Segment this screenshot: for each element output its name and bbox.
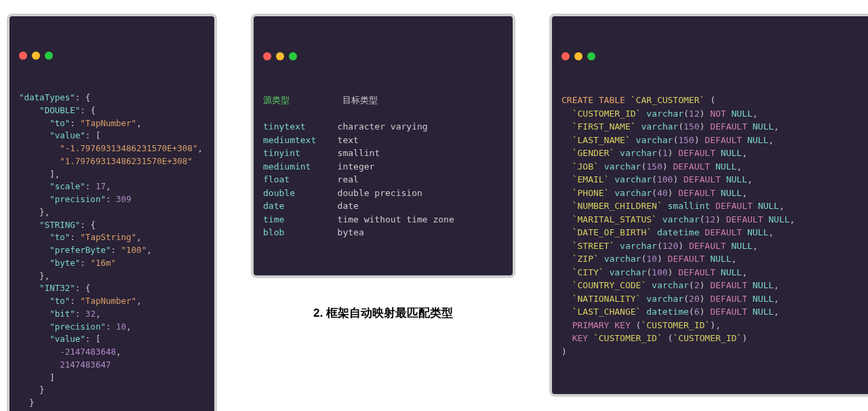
caption-middle: 2. 框架自动映射最匹配类型 bbox=[313, 305, 453, 321]
terminal-mapping: 源类型 目标类型 tinytext character varying medi… bbox=[251, 14, 515, 278]
minimize-icon[interactable] bbox=[276, 52, 284, 60]
minimize-icon[interactable] bbox=[574, 52, 583, 60]
close-icon[interactable] bbox=[561, 52, 570, 60]
zoom-icon[interactable] bbox=[587, 52, 595, 60]
minimize-icon[interactable] bbox=[32, 52, 40, 60]
column-right: CREATE TABLE `CAR_CUSTOMER` ( `CUSTOMER_… bbox=[549, 14, 868, 411]
layout: "dataTypes": { "DOUBLE": { "to": "TapNum… bbox=[7, 14, 861, 411]
window-controls bbox=[19, 49, 205, 66]
close-icon[interactable] bbox=[263, 52, 271, 60]
window-controls bbox=[561, 50, 863, 67]
column-middle: 源类型 目标类型 tinytext character varying medi… bbox=[251, 14, 515, 321]
column-left: "dataTypes": { "DOUBLE": { "to": "TapNum… bbox=[7, 14, 217, 411]
close-icon[interactable] bbox=[19, 52, 27, 60]
window-controls bbox=[263, 50, 503, 67]
code-sql: CREATE TABLE `CAR_CUSTOMER` ( `CUSTOMER_… bbox=[561, 94, 863, 358]
zoom-icon[interactable] bbox=[289, 52, 297, 60]
code-mapping: 源类型 目标类型 tinytext character varying medi… bbox=[263, 94, 503, 239]
terminal-sql: CREATE TABLE `CAR_CUSTOMER` ( `CUSTOMER_… bbox=[549, 14, 868, 397]
terminal-datatypes: "dataTypes": { "DOUBLE": { "to": "TapNum… bbox=[7, 14, 217, 411]
code-datatypes: "dataTypes": { "DOUBLE": { "to": "TapNum… bbox=[19, 92, 205, 410]
zoom-icon[interactable] bbox=[45, 52, 53, 60]
